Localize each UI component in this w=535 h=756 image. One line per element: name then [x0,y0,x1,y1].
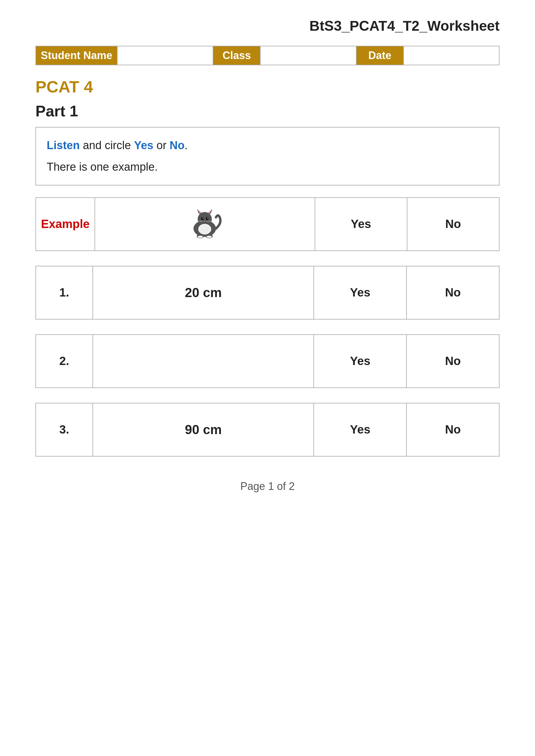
question-2-table: 2. Yes No [36,334,499,388]
student-name-field[interactable] [117,46,213,65]
instructions-box: Listen and circle Yes or No. There is on… [36,127,499,185]
svg-point-8 [206,217,208,220]
q3-content: 90 cm [93,403,314,456]
svg-point-2 [198,224,211,234]
or-text: or [153,139,170,151]
no-word: No [170,139,184,151]
q1-no[interactable]: No [407,266,499,319]
table-row: 3. 90 cm Yes No [36,403,499,456]
header-table: Student Name Class Date [36,46,499,65]
q2-label: 2. [36,335,93,388]
date-field[interactable] [404,46,499,65]
svg-point-18 [198,236,203,238]
class-field[interactable] [260,46,356,65]
page-title: BtS3_PCAT4_T2_Worksheet [36,18,499,34]
part-title: Part 1 [36,102,499,120]
q1-measurement: 20 cm [185,285,222,300]
svg-point-19 [207,236,212,238]
table-row: Example [36,198,499,251]
student-name-label: Student Name [36,46,117,65]
example-image-cell [95,198,315,251]
yes-word: Yes [134,139,154,151]
example-yes[interactable]: Yes [315,198,407,251]
svg-point-9 [203,218,203,218]
period: . [184,139,188,151]
example-no[interactable]: No [407,198,499,251]
q3-yes[interactable]: Yes [314,403,407,456]
section-title: PCAT 4 [36,77,499,96]
question-3-table: 3. 90 cm Yes No [36,403,499,457]
table-row: 1. 20 cm Yes No [36,266,499,319]
page-footer: Page 1 of 2 [36,480,499,493]
q2-no[interactable]: No [407,335,499,388]
cat-icon [184,205,225,240]
question-1-table: 1. 20 cm Yes No [36,266,499,319]
example-label: Example [36,198,95,251]
listen-word: Listen [47,139,80,151]
instruction-middle: and circle [80,139,134,151]
svg-point-7 [201,217,204,220]
instruction-line1: Listen and circle Yes or No. [47,136,488,154]
q3-measurement: 90 cm [185,422,222,437]
q3-no[interactable]: No [407,403,499,456]
table-row: 2. Yes No [36,335,499,388]
q3-label: 3. [36,403,93,456]
svg-point-10 [208,218,208,218]
instruction-line2: There is one example. [47,158,488,176]
class-label: Class [213,46,260,65]
q1-content: 20 cm [93,266,314,319]
q2-content [93,335,314,388]
date-label: Date [356,46,404,65]
q2-yes[interactable]: Yes [314,335,407,388]
q1-yes[interactable]: Yes [314,266,407,319]
q1-label: 1. [36,266,93,319]
example-table: Example [36,197,499,251]
